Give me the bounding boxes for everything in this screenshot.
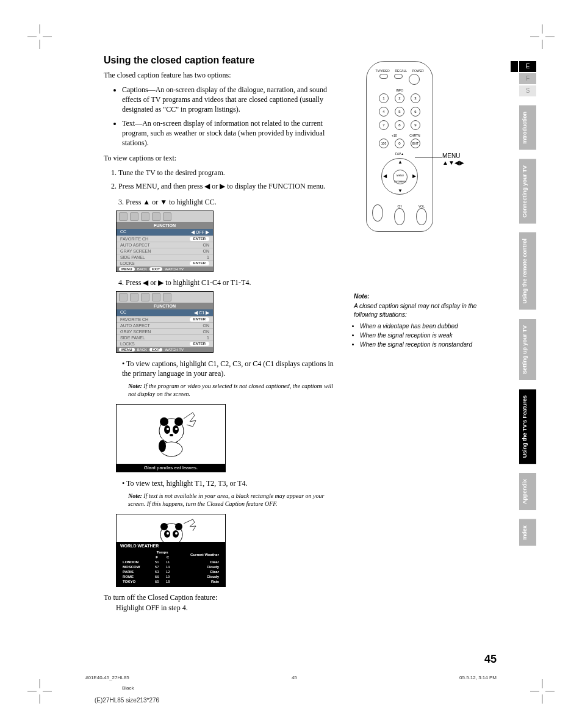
lang-e: E [519,61,536,72]
page-number: 45 [484,653,497,666]
tab-setting-up: Setting up your TV [519,319,536,380]
svg-point-9 [159,440,166,452]
weather-example-image: WORLD WEATHER TempsCurrent Weather FC LO… [116,514,226,587]
bullet-text: Text—An on-screen display of information… [122,118,336,148]
svg-point-12 [175,523,182,530]
sub-captions: • To view captions, highlight C1, C2, C3… [122,359,336,378]
turn-off-sub: Highlight OFF in step 4. [116,604,336,613]
function-menu-c1: FUNCTION CC◀ C1 ▶ FAVORITE CHENTER AUTO … [116,291,214,353]
caption-example-image: Giant pandas eat leaves. [116,404,226,472]
tab-index: Index [519,519,536,546]
turn-off-heading: To turn off the Closed Caption feature: [104,593,336,602]
svg-point-5 [167,428,169,430]
sub-text: • To view text, highlight T1, T2, T3, or… [122,478,336,488]
svg-point-6 [175,428,178,430]
page-title: Using the closed caption feature [104,55,336,66]
note-2: Note: If text is not available in your a… [128,492,336,508]
remote-callout: MENU ▲▼◀▶ [442,153,464,166]
svg-point-11 [160,523,168,530]
weather-table: TempsCurrent Weather FC LONDON5111Clear … [120,549,221,585]
caption-text: Giant pandas eat leaves. [117,464,225,472]
crop-mark-tl [27,24,52,49]
note-block: Note: A closed caption signal may not di… [354,293,482,348]
note-1: Note: If the program or video you select… [128,382,336,398]
main-column: Using the closed caption feature The clo… [104,55,336,613]
right-column: TV/VIDEORECALLPOWER INFO 123 456 789 +10… [348,55,482,613]
step-1: Tune the TV to the desired program. [118,168,336,178]
tab-remote: Using the remote control [519,232,536,310]
lang-f: F [519,73,536,84]
callout-line [415,157,442,157]
svg-point-7 [170,434,173,436]
sidebar-tabs: E F S Introduction Connecting your TV Us… [519,61,536,546]
tab-connecting: Connecting your TV [519,159,536,224]
view-intro: To view captions or text: [104,154,336,163]
step-4: 4. Press ◀ or ▶ to highlight C1-C4 or T1… [118,278,336,287]
intro-text: The closed caption feature has two optio… [104,71,336,80]
tab-features: Using the TV's Features [519,389,536,464]
lang-s: S [519,85,536,96]
tab-appendix: Appendix [519,473,536,510]
step-2: Press MENU, and then press ◀ or ▶ to dis… [118,181,336,191]
panda-icon [147,409,202,458]
bullet-captions: Captions—An on-screen display of the dia… [122,85,336,115]
svg-point-2 [174,417,183,426]
svg-point-15 [167,532,169,535]
tab-introduction: Introduction [519,106,536,150]
footer-info: #01E40-45_27HL85 45 05.5.12, 3:14 PM Bla… [0,675,582,704]
svg-point-16 [175,532,178,535]
step-3: 3. Press ▲ or ▼ to highlight CC. [118,198,336,207]
crop-mark-tr [530,24,555,49]
svg-point-1 [160,417,168,426]
remote-illustration: TV/VIDEORECALLPOWER INFO 123 456 789 +10… [366,61,433,232]
function-menu-off: FUNCTION CC◀ OFF ▶ FAVORITE CHENTER AUTO… [116,211,214,272]
